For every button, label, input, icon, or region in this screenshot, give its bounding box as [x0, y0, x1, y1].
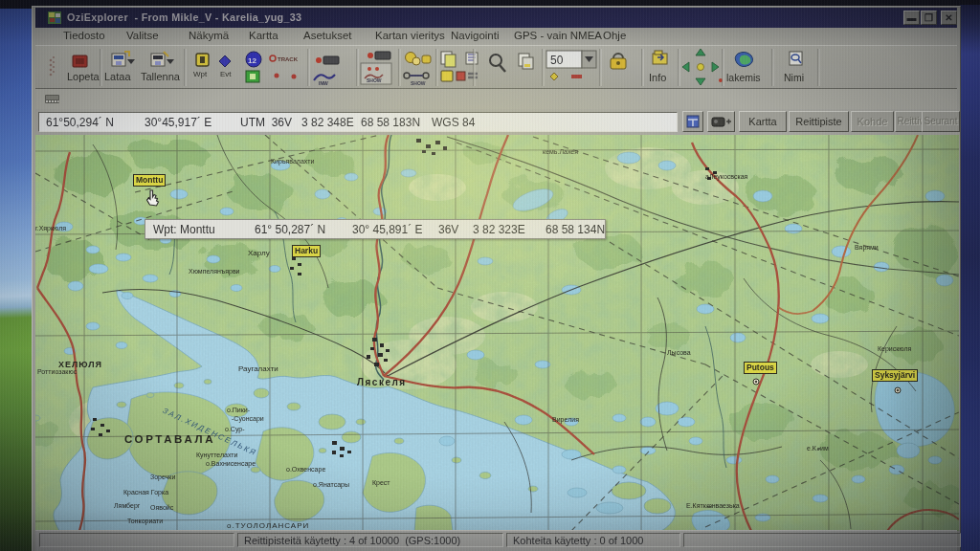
svg-text:TRACK: TRACK: [278, 56, 299, 62]
svg-text:Tallenna: Tallenna: [141, 71, 181, 82]
svg-text:INW: INW: [319, 80, 328, 86]
svg-text:SHOW: SHOW: [367, 77, 382, 83]
svg-text:50: 50: [550, 54, 564, 67]
svg-text:Nimi: Nimi: [784, 72, 804, 83]
svg-text:SHOW: SHOW: [411, 80, 426, 86]
svg-text:Wpt: Wpt: [193, 70, 208, 78]
svg-text:Lopeta: Lopeta: [67, 71, 100, 82]
svg-text:Info: Info: [649, 72, 666, 83]
svg-text:Evt: Evt: [220, 70, 232, 78]
svg-text:12: 12: [248, 56, 256, 65]
svg-text:Lataa: Lataa: [104, 71, 131, 82]
svg-text:lakemis: lakemis: [726, 72, 761, 83]
